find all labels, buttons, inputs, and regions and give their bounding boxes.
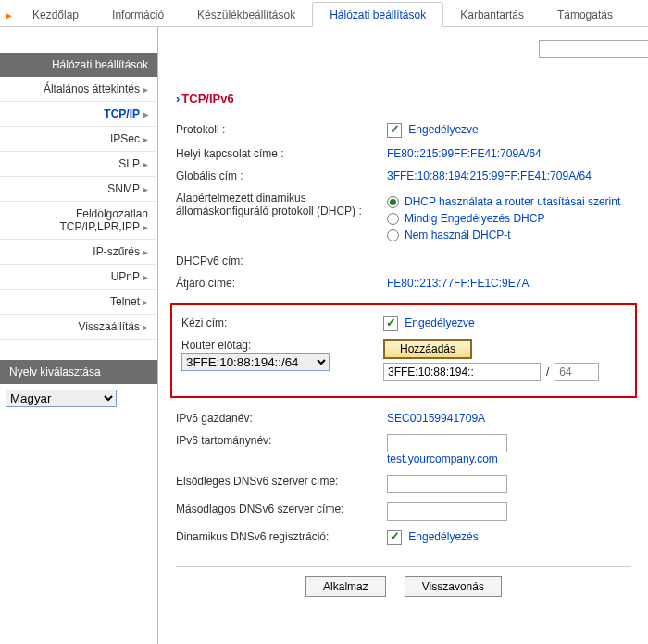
- tab-device-settings[interactable]: Készülékbeállítások: [181, 3, 312, 26]
- row-domain: IPv6 tartománynév: test.yourcompany.com: [176, 429, 631, 470]
- row-dns1: Elsődleges DNSv6 szerver címe:: [176, 470, 631, 498]
- sidebar-item-slp[interactable]: SLP▸: [0, 152, 157, 177]
- value-gateway: FE80::213:77FF:FE1C:9E7A: [387, 277, 631, 290]
- arrow-icon: ▸: [6, 7, 12, 22]
- tab-support[interactable]: Támogatás: [541, 3, 629, 26]
- manual-address-box: Kézi cím: ✓ Engedélyezve Router előtag: …: [170, 303, 637, 398]
- apply-button[interactable]: Alkalmaz: [305, 576, 386, 597]
- chevron-right-icon: ▸: [143, 184, 148, 194]
- tab-home[interactable]: Kezdőlap: [16, 3, 95, 26]
- row-dyn-dns: Dinamikus DNSv6 regisztráció: ✓ Engedély…: [176, 526, 631, 550]
- sidebar-item-label: IP-szűrés: [93, 245, 140, 258]
- sidebar-item-telnet[interactable]: Telnet▸: [0, 290, 157, 315]
- domain-input[interactable]: [387, 434, 507, 452]
- value-manual-text: Engedélyezve: [405, 316, 474, 329]
- value-dns2: [387, 502, 631, 521]
- checkbox-checked-icon[interactable]: ✓: [387, 123, 402, 138]
- label-router-prefix: Router előtag: 3FFE:10:88:194::/64: [181, 339, 383, 371]
- row-dhcpv6-addr: DHCPv6 cím:: [176, 250, 631, 272]
- manual-prefix-input[interactable]: [555, 363, 599, 381]
- value-dns1: [387, 475, 631, 493]
- router-prefix-select[interactable]: 3FFE:10:88:194::/64: [181, 353, 330, 371]
- domain-link[interactable]: test.yourcompany.com: [387, 452, 498, 465]
- section-title: TCP/IPv6: [181, 92, 233, 105]
- row-global-addr: Globális cím : 3FFE:10:88:194:215:99FF:F…: [176, 165, 631, 187]
- sidebar-item-label: Visszaállítás: [79, 320, 140, 333]
- radio-selected-icon: [387, 196, 399, 208]
- row-hostname: IPv6 gazdanév: SEC00159941709A: [176, 407, 631, 429]
- value-manual: ✓ Engedélyezve: [383, 316, 626, 331]
- sidebar-item-tcpip[interactable]: TCP/IP▸: [0, 102, 157, 127]
- label-global-addr: Globális cím :: [176, 169, 387, 182]
- chevron-right-icon: ▸: [143, 109, 148, 119]
- radio-dhcp-router[interactable]: DHCP használata a router utasításai szer…: [387, 195, 631, 208]
- value-router-prefix: Hozzáadás /: [383, 339, 626, 381]
- chevron-right-icon: ▸: [143, 134, 148, 144]
- sidebar-item-ipsec[interactable]: IPSec▸: [0, 127, 157, 152]
- chevron-right-icon: ▸: [143, 84, 148, 94]
- add-button[interactable]: Hozzáadás: [383, 339, 472, 359]
- row-router-prefix: Router előtag: 3FFE:10:88:194::/64 Hozzá…: [181, 335, 626, 385]
- label-router-prefix-text: Router előtag:: [181, 339, 376, 352]
- dhcp-radio-group: DHCP használata a router utasításai szer…: [387, 192, 631, 245]
- sidebar-item-label: SLP: [118, 157, 140, 170]
- radio-dhcp-none[interactable]: Nem használ DHCP-t: [387, 229, 631, 242]
- sidebar-item-label: Telnet: [110, 295, 140, 308]
- value-protocol: ✓ Engedélyezve: [387, 123, 631, 138]
- label-domain: IPv6 tartománynév:: [176, 434, 387, 447]
- value-global-addr: 3FFE:10:88:194:215:99FF:FE41:709A/64: [387, 169, 631, 182]
- footer-buttons: Alkalmaz Visszavonás: [176, 566, 631, 597]
- radio-icon: [387, 213, 399, 225]
- row-protocol: Protokoll : ✓ Engedélyezve: [176, 118, 631, 142]
- sidebar-item-label: Feldolgozatlan TCP/IP,LPR,IPP: [60, 207, 148, 233]
- chevron-right-icon: ›: [176, 92, 180, 105]
- sidebar-item-reset[interactable]: Visszaállítás▸: [0, 315, 157, 340]
- label-local-addr: Helyi kapcsolat címe :: [176, 147, 387, 160]
- sidebar-item-label: UPnP: [111, 270, 140, 283]
- language-select[interactable]: Magyar: [6, 390, 117, 407]
- dns2-input[interactable]: [387, 502, 507, 521]
- tab-maintenance[interactable]: Karbantartás: [443, 3, 541, 26]
- sidebar: Hálózati beállítások Általános áttekinté…: [0, 27, 158, 644]
- sidebar-group-title: Hálózati beállítások: [0, 53, 157, 77]
- sidebar-item-snmp[interactable]: SNMP▸: [0, 177, 157, 202]
- chevron-right-icon: ▸: [143, 297, 148, 307]
- checkbox-checked-icon[interactable]: ✓: [383, 316, 398, 331]
- label-dhcp-default: Alapértelmezett dinamikus állomáskonfigu…: [176, 192, 387, 217]
- sidebar-item-label: TCP/IP: [104, 107, 140, 120]
- label-protocol: Protokoll :: [176, 123, 387, 136]
- row-dhcp-default: Alapértelmezett dinamikus állomáskonfigu…: [176, 187, 631, 250]
- value-dyn-dns: ✓ Engedélyezés: [387, 530, 631, 545]
- dns1-input[interactable]: [387, 475, 507, 493]
- value-hostname: SEC00159941709A: [387, 412, 631, 425]
- sidebar-item-rawtcp[interactable]: Feldolgozatlan TCP/IP,LPR,IPP▸: [0, 202, 157, 240]
- row-local-addr: Helyi kapcsolat címe : FE80::215:99FF:FE…: [176, 142, 631, 165]
- row-dns2: Másodlagos DNSv6 szerver címe:: [176, 498, 631, 526]
- tab-network-settings[interactable]: Hálózati beállítások: [312, 2, 443, 27]
- chevron-right-icon: ▸: [143, 322, 148, 332]
- value-protocol-text: Engedélyezve: [408, 123, 478, 136]
- label-dhcpv6-addr: DHCPv6 cím:: [176, 254, 387, 267]
- sidebar-lang-title: Nyelv kiválasztása: [0, 360, 157, 384]
- radio-label: Mindig Engedélyezés DHCP: [405, 212, 544, 225]
- label-dns2: Másodlagos DNSv6 szerver címe:: [176, 502, 387, 515]
- row-manual: Kézi cím: ✓ Engedélyezve: [181, 313, 626, 335]
- sidebar-item-upnp[interactable]: UPnP▸: [0, 265, 157, 290]
- sidebar-item-ipfilter[interactable]: IP-szűrés▸: [0, 240, 157, 265]
- partial-top-input[interactable]: [539, 40, 648, 58]
- chevron-right-icon: ▸: [143, 247, 148, 257]
- row-gateway: Átjáró címe: FE80::213:77FF:FE1C:9E7A: [176, 272, 631, 294]
- label-manual: Kézi cím:: [181, 316, 383, 329]
- manual-address-input[interactable]: [383, 363, 541, 381]
- tab-info[interactable]: Információ: [95, 3, 181, 26]
- cancel-button[interactable]: Visszavonás: [405, 576, 502, 597]
- sidebar-item-overview[interactable]: Általános áttekintés▸: [0, 77, 157, 102]
- radio-label: DHCP használata a router utasításai szer…: [405, 195, 620, 208]
- label-gateway: Átjáró címe:: [176, 277, 387, 290]
- checkbox-checked-icon[interactable]: ✓: [387, 530, 402, 545]
- radio-dhcp-always[interactable]: Mindig Engedélyezés DHCP: [387, 212, 631, 225]
- top-navigation: ▸ Kezdőlap Információ Készülékbeállításo…: [0, 0, 648, 27]
- value-domain: test.yourcompany.com: [387, 434, 631, 465]
- sidebar-item-label: IPSec: [110, 132, 140, 145]
- radio-icon: [387, 229, 399, 242]
